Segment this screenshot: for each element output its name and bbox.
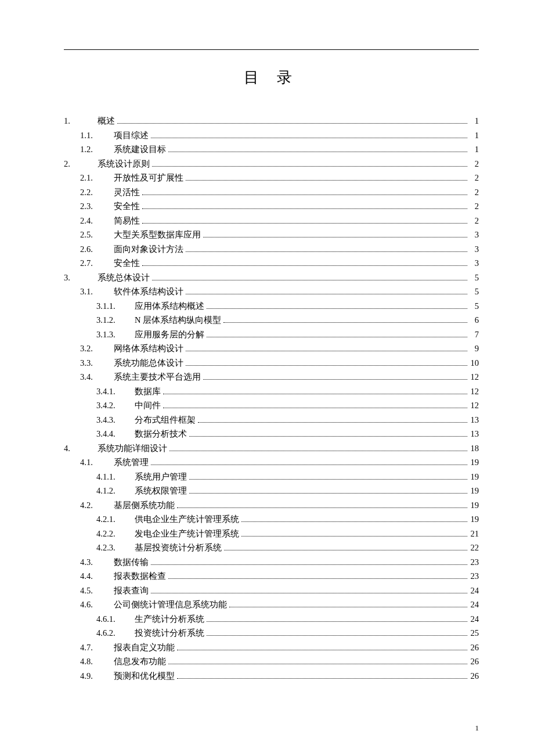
toc-entry[interactable]: 4.5.报表查询24 xyxy=(64,586,479,595)
toc-entry-number: 2.7. xyxy=(80,259,110,268)
toc-entry[interactable]: 4.1.1.系统用户管理19 xyxy=(64,473,479,481)
toc-entry-page: 24 xyxy=(468,586,479,595)
toc-entry-number: 2. xyxy=(64,160,94,168)
toc-leader-dots xyxy=(189,479,467,480)
toc-entry-label: 系统功能总体设计 xyxy=(110,359,183,368)
toc-entry[interactable]: 4.2.1.供电企业生产统计管理系统19 xyxy=(64,515,479,524)
toc-leader-dots xyxy=(203,379,467,380)
toc-entry[interactable]: 4.1.系统管理19 xyxy=(64,458,479,467)
toc-entry[interactable]: 1.1.项目综述1 xyxy=(64,131,479,140)
toc-entry-number: 3.4.4. xyxy=(96,430,131,438)
toc-entry[interactable]: 4.2.3.基层投资统计分析系统22 xyxy=(64,543,479,552)
toc-entry-page: 5 xyxy=(468,302,479,311)
toc-entry-number: 1.2. xyxy=(80,145,110,154)
toc-entry-number: 3.1.1. xyxy=(96,302,131,311)
toc-entry-number: 4.2.3. xyxy=(96,543,131,552)
toc-entry-number: 3.1.3. xyxy=(96,330,131,339)
toc-leader-dots xyxy=(207,337,467,337)
toc-entry-label: 应用体系结构概述 xyxy=(131,302,204,311)
toc-entry[interactable]: 2.4.简易性2 xyxy=(64,217,479,225)
toc-entry[interactable]: 3.1.1.应用体系结构概述5 xyxy=(64,302,479,311)
toc-entry-page: 12 xyxy=(468,387,479,396)
toc-entry-label: 报表查询 xyxy=(110,586,149,595)
toc-entry[interactable]: 3.4.1.数据库12 xyxy=(64,387,479,396)
toc-entry-label: 发电企业生产统计管理系统 xyxy=(131,530,239,538)
toc-entry[interactable]: 2.7.安全性3 xyxy=(64,259,479,268)
toc-entry[interactable]: 2.2.灵活性2 xyxy=(64,188,479,197)
toc-entry-number: 4.2.1. xyxy=(96,515,131,524)
toc-entry[interactable]: 3.4.4.数据分析技术13 xyxy=(64,430,479,438)
toc-entry-number: 2.2. xyxy=(80,188,110,197)
toc-entry-number: 2.4. xyxy=(80,217,110,225)
toc-entry-number: 4.1.2. xyxy=(96,487,131,495)
toc-entry[interactable]: 2.1.开放性及可扩展性2 xyxy=(64,174,479,182)
toc-leader-dots xyxy=(151,593,467,593)
toc-entry[interactable]: 4.9.预测和优化模型26 xyxy=(64,672,479,681)
toc-entry-label: 基层侧系统功能 xyxy=(110,501,175,510)
toc-entry-page: 5 xyxy=(468,287,479,296)
toc-entry[interactable]: 4.6.1.生产统计分析系统24 xyxy=(64,615,479,624)
toc-entry-number: 4.5. xyxy=(80,586,110,595)
toc-entry[interactable]: 4.8.信息发布功能26 xyxy=(64,657,479,666)
toc-entry[interactable]: 3.4.2.中间件12 xyxy=(64,401,479,410)
document-page: 目 录 1.概述11.1.项目综述11.2.系统建设目标12.系统设计原则22.… xyxy=(0,0,534,756)
toc-entry[interactable]: 4.系统功能详细设计18 xyxy=(64,444,479,453)
toc-entry-number: 3.4.3. xyxy=(96,416,131,424)
toc-entry[interactable]: 1.概述1 xyxy=(64,117,479,125)
toc-leader-dots xyxy=(229,607,467,607)
toc-entry[interactable]: 4.2.基层侧系统功能19 xyxy=(64,501,479,510)
toc-entry[interactable]: 4.3.数据传输23 xyxy=(64,558,479,567)
toc-entry-number: 4.4. xyxy=(80,572,110,581)
toc-entry[interactable]: 4.6.公司侧统计管理信息系统功能24 xyxy=(64,600,479,609)
toc-entry[interactable]: 3.系统总体设计5 xyxy=(64,273,479,282)
toc-entry-number: 3.4.2. xyxy=(96,401,131,410)
toc-entry[interactable]: 3.1.软件体系结构设计5 xyxy=(64,287,479,296)
toc-entry[interactable]: 4.6.2.投资统计分析系统25 xyxy=(64,629,479,638)
toc-entry[interactable]: 3.1.2.N 层体系结构纵向模型6 xyxy=(64,316,479,325)
toc-entry-page: 19 xyxy=(468,501,479,510)
toc-entry-page: 23 xyxy=(468,558,479,567)
toc-entry[interactable]: 2.5.大型关系型数据库应用3 xyxy=(64,231,479,239)
toc-entry-label: 概述 xyxy=(94,117,115,125)
toc-entry[interactable]: 4.7.报表自定义功能26 xyxy=(64,643,479,652)
toc-entry[interactable]: 4.1.2.系统权限管理19 xyxy=(64,487,479,495)
toc-entry[interactable]: 3.2.网络体系结构设计9 xyxy=(64,344,479,353)
toc-entry[interactable]: 4.4.报表数据检查23 xyxy=(64,572,479,581)
toc-entry-number: 3. xyxy=(64,273,94,282)
toc-entry[interactable]: 1.2.系统建设目标1 xyxy=(64,145,479,154)
toc-entry[interactable]: 3.4.系统主要技术平台选用12 xyxy=(64,373,479,381)
toc-entry-label: 网络体系结构设计 xyxy=(110,344,183,353)
toc-entry-page: 25 xyxy=(468,629,479,638)
toc-entry[interactable]: 2.3.安全性2 xyxy=(64,202,479,211)
toc-entry-number: 4.6.1. xyxy=(96,615,131,624)
toc-entry-label: 面向对象设计方法 xyxy=(110,245,183,254)
toc-entry-number: 4.3. xyxy=(80,558,110,567)
toc-entry-label: 公司侧统计管理信息系统功能 xyxy=(110,600,227,609)
toc-entry-number: 4.6.2. xyxy=(96,629,131,638)
toc-entry-page: 26 xyxy=(468,643,479,652)
toc-leader-dots xyxy=(198,422,467,423)
toc-entry[interactable]: 3.4.3.分布式组件框架13 xyxy=(64,416,479,424)
toc-leader-dots xyxy=(152,280,467,280)
toc-entry-label: 系统功能详细设计 xyxy=(94,444,167,453)
toc-entry-page: 5 xyxy=(468,273,479,282)
toc-entry-page: 24 xyxy=(468,615,479,624)
toc-entry-page: 22 xyxy=(468,543,479,552)
toc-entry[interactable]: 2.6.面向对象设计方法3 xyxy=(64,245,479,254)
toc-entry-label: 系统主要技术平台选用 xyxy=(110,373,201,381)
toc-entry-label: 数据传输 xyxy=(110,558,149,567)
toc-leader-dots xyxy=(207,308,467,309)
toc-leader-dots xyxy=(224,550,467,550)
toc-leader-dots xyxy=(241,536,467,537)
toc-leader-dots xyxy=(223,322,467,323)
toc-entry[interactable]: 3.3.系统功能总体设计10 xyxy=(64,359,479,368)
toc-entry[interactable]: 3.1.3.应用服务层的分解7 xyxy=(64,330,479,339)
toc-leader-dots xyxy=(189,493,467,494)
toc-entry[interactable]: 4.2.2.发电企业生产统计管理系统21 xyxy=(64,530,479,538)
toc-leader-dots xyxy=(163,394,467,394)
toc-entry[interactable]: 2.系统设计原则2 xyxy=(64,160,479,168)
toc-entry-number: 4.1.1. xyxy=(96,473,131,481)
toc-entry-label: 系统权限管理 xyxy=(131,487,187,495)
toc-entry-number: 2.5. xyxy=(80,231,110,239)
toc-entry-label: 项目综述 xyxy=(110,131,149,140)
